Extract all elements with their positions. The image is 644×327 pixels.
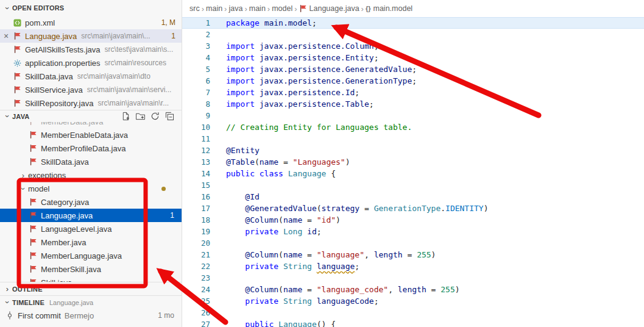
tree-file-LanguageLevel-java[interactable]: LanguageLevel.java (0, 222, 182, 235)
java-section-title: JAVA (12, 113, 30, 120)
code-line[interactable]: 27 public Language() { (182, 318, 644, 327)
breadcrumb-item[interactable]: java (228, 4, 242, 13)
code-line[interactable]: 7import javax.persistence.Id; (182, 87, 644, 98)
code-text (210, 237, 226, 249)
code-line[interactable]: 19 private Long id; (182, 226, 644, 237)
java-icon (12, 85, 22, 94)
open-editors-header[interactable]: › OPEN EDITORS (0, 0, 182, 16)
open-editor-item[interactable]: application.propertiessrc\main\resources (0, 56, 182, 70)
tree-file-MemberData-java[interactable]: MemberData.java (0, 122, 182, 128)
code-line[interactable]: 17 @GeneratedValue(strategy = Generation… (182, 203, 644, 214)
code-line[interactable]: 14public class Language { (182, 168, 644, 179)
code-line[interactable]: 26 (182, 307, 644, 318)
breadcrumb-symbol[interactable]: main.model (373, 4, 413, 13)
open-editor-item[interactable]: pom.xml1, M (0, 16, 182, 29)
tree-file-SkillData-java[interactable]: SkillData.java (0, 155, 182, 168)
java-section-header[interactable]: › JAVA (0, 110, 182, 122)
editor-pane: src›main›java›main›model›Language.java›{… (182, 0, 644, 327)
code-line[interactable]: 21 @Column(name = "language", length = 2… (182, 249, 644, 261)
timeline-entry-time: 1 mo (158, 311, 182, 320)
tree-file-MemberLanguage-java[interactable]: MemberLanguage.java (0, 249, 182, 262)
open-editor-file-name: SkillData.java (25, 72, 73, 81)
code-line[interactable]: 9 (182, 110, 644, 121)
open-editor-file-name: SkillService.java (25, 85, 83, 95)
breadcrumb-separator-icon: › (361, 4, 364, 13)
code-line[interactable]: 8import javax.persistence.Table; (182, 98, 644, 110)
open-editor-item[interactable]: ×Language.javasrc\main\java\main\...1 (0, 29, 182, 43)
line-number: 5 (182, 63, 210, 75)
open-editor-item[interactable]: SkillRepository.javasrc\main\java\main\r… (0, 96, 182, 110)
breadcrumb-file[interactable]: Language.java (310, 4, 359, 13)
tree-file-Category-java[interactable]: Category.java (0, 195, 182, 209)
breadcrumb-item[interactable]: main (249, 4, 266, 13)
line-number: 18 (182, 214, 210, 226)
code-text (210, 307, 226, 318)
code-line[interactable]: 2 (182, 29, 644, 40)
code-text: import javax.persistence.Column; (210, 40, 378, 52)
java-icon (12, 32, 22, 40)
timeline-entry[interactable]: First commit Bermejo 1 mo (0, 309, 182, 322)
code-text: import javax.persistence.Table; (210, 98, 374, 110)
code-text (210, 133, 226, 145)
code-editor[interactable]: 1package main.model;23import javax.persi… (182, 17, 644, 327)
tree-file-MemberProfileData-java[interactable]: MemberProfileData.java (0, 142, 182, 155)
tree-folder-exceptions[interactable]: ›exceptions (0, 168, 182, 182)
line-number: 27 (182, 318, 210, 327)
tree-file-MemberSkill-java[interactable]: MemberSkill.java (0, 262, 182, 276)
code-line[interactable]: 20 (182, 237, 644, 249)
code-text: @Id (210, 191, 260, 203)
code-text (210, 29, 226, 40)
java-icon (28, 251, 38, 260)
line-number: 12 (182, 145, 210, 156)
code-line[interactable]: 22 private String language; (182, 261, 644, 272)
timeline-file-label: Language.java (49, 299, 93, 306)
code-line[interactable]: 1package main.model; (182, 17, 644, 29)
tree-file-MemberEnableData-java[interactable]: MemberEnableData.java (0, 128, 182, 142)
timeline-header[interactable]: › TIMELINE Language.java (0, 295, 182, 309)
code-line[interactable]: 18 @Column(name = "id") (182, 214, 644, 226)
tree-file-Skill-java[interactable]: Skill.java (0, 276, 182, 282)
close-icon[interactable]: × (0, 31, 12, 41)
code-line[interactable]: 25 private String languageCode; (182, 295, 644, 307)
new-file-icon[interactable] (119, 110, 132, 123)
code-line[interactable]: 16 @Id (182, 191, 644, 203)
tree-item-label: Language.java (41, 211, 93, 220)
code-line[interactable]: 12@Entity (182, 145, 644, 156)
code-line[interactable]: 4import javax.persistence.Entity; (182, 52, 644, 63)
collapse-all-icon[interactable] (163, 110, 175, 123)
java-icon (28, 131, 38, 139)
open-editor-file-path: src\test\java\main\s... (105, 45, 174, 54)
tree-file-Member-java[interactable]: Member.java (0, 235, 182, 249)
code-text: public class Language { (210, 168, 336, 179)
refresh-icon[interactable] (149, 110, 161, 123)
code-line[interactable]: 11 (182, 133, 644, 145)
open-editor-item[interactable]: SkillService.javasrc\main\java\main\serv… (0, 83, 182, 96)
java-icon (28, 157, 38, 166)
new-folder-icon[interactable] (134, 110, 146, 123)
breadcrumb-item[interactable]: src (189, 4, 200, 13)
open-editor-item[interactable]: GetAllSkillsTests.javasrc\test\java\main… (0, 43, 182, 56)
code-line[interactable]: 10// Creating Entity for Languages table… (182, 121, 644, 133)
outline-header[interactable]: › OUTLINE (0, 282, 182, 295)
code-line[interactable]: 3import javax.persistence.Column; (182, 40, 644, 52)
open-editor-item[interactable]: SkillData.javasrc\main\java\main\dto (0, 70, 182, 83)
tree-item-label: MemberProfileData.java (41, 144, 126, 153)
breadcrumb-item[interactable]: model (272, 4, 292, 13)
code-line[interactable]: 23 (182, 272, 644, 284)
code-line[interactable]: 6import javax.persistence.GenerationType… (182, 75, 644, 87)
code-line[interactable]: 5import javax.persistence.GeneratedValue… (182, 63, 644, 75)
java-icon (28, 278, 38, 282)
code-text: public Language() { (210, 318, 336, 327)
chevron-down-icon: › (3, 3, 12, 13)
open-editor-file-path: src\main\java\main\... (81, 32, 150, 40)
code-line[interactable]: 13@Table(name = "Languages") (182, 156, 644, 168)
open-editor-file-name: SkillRepository.java (25, 99, 93, 108)
breadcrumb-item[interactable]: main (206, 4, 222, 13)
code-text: @Column(name = "id") (210, 214, 341, 226)
tree-item-label: exceptions (28, 171, 66, 180)
problems-badge: 1 (171, 32, 182, 40)
code-line[interactable]: 24 @Column(name = "language_code", lengt… (182, 284, 644, 295)
code-line[interactable]: 15 (182, 179, 644, 191)
tree-file-Language-java[interactable]: Language.java1 (0, 209, 182, 222)
tree-folder-model[interactable]: ›model (0, 182, 182, 195)
